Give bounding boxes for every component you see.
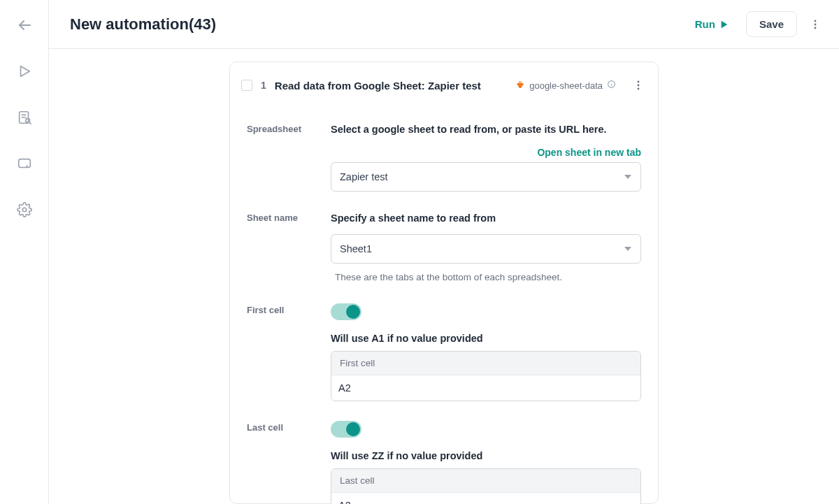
svg-point-11	[815, 23, 817, 25]
tag-text: google-sheet-data	[529, 80, 603, 91]
lastcell-toggle[interactable]	[331, 421, 361, 438]
step-more-button[interactable]	[631, 75, 645, 96]
step-number: 1	[261, 80, 266, 91]
svg-point-16	[638, 81, 640, 83]
spreadsheet-title: Select a google sheet to read from, or p…	[331, 122, 641, 137]
firstcell-input-box: First cell	[331, 351, 641, 401]
svg-line-6	[29, 122, 30, 124]
run-label: Run	[695, 18, 715, 30]
svg-point-12	[815, 27, 817, 29]
sheetname-label: Sheet name	[247, 211, 331, 223]
play-icon[interactable]	[15, 62, 34, 81]
svg-marker-19	[624, 175, 631, 179]
run-button[interactable]: Run	[688, 13, 736, 36]
open-sheet-link[interactable]: Open sheet in new tab	[537, 147, 641, 158]
svg-marker-1	[20, 66, 29, 77]
back-button[interactable]	[15, 15, 34, 35]
sidebar	[0, 0, 49, 504]
lastcell-label: Last cell	[247, 421, 331, 433]
svg-marker-20	[624, 247, 631, 251]
step-title: Read data from Google Sheet: Zapier test	[275, 80, 481, 92]
chevron-down-icon	[624, 173, 632, 181]
svg-point-17	[638, 85, 640, 87]
settings-icon[interactable]	[15, 200, 34, 219]
firstcell-toggle[interactable]	[331, 303, 361, 320]
firstcell-label: First cell	[247, 303, 331, 315]
lastcell-input[interactable]	[331, 493, 640, 504]
chevron-down-icon	[624, 245, 632, 253]
page-title: New automation(43)	[70, 15, 216, 34]
sheetname-select[interactable]: Sheet1	[331, 234, 641, 264]
firstcell-input[interactable]	[331, 375, 640, 401]
svg-point-8	[22, 208, 27, 212]
svg-rect-7	[18, 159, 30, 168]
more-menu-button[interactable]	[808, 14, 822, 35]
save-button[interactable]: Save	[746, 11, 797, 37]
sheetname-value: Sheet1	[340, 243, 624, 254]
spreadsheet-select[interactable]: Zapier test	[331, 162, 641, 192]
lastcell-input-box: Last cell	[331, 468, 641, 504]
svg-point-10	[815, 20, 817, 22]
list-search-icon[interactable]	[15, 108, 34, 127]
spreadsheet-label: Spreadsheet	[247, 122, 331, 134]
lastcell-subtitle: Will use ZZ if no value provided	[331, 450, 641, 461]
svg-point-18	[638, 88, 640, 90]
firstcell-subtitle: Will use A1 if no value provided	[331, 333, 641, 344]
device-warning-icon[interactable]	[15, 154, 34, 173]
firstcell-box-label: First cell	[331, 352, 640, 375]
sheetname-title: Specify a sheet name to read from	[331, 211, 641, 226]
spreadsheet-value: Zapier test	[340, 171, 624, 182]
header: New automation(43) Run Save	[49, 0, 839, 49]
step-tag: google-sheet-data	[515, 80, 616, 91]
lastcell-box-label: Last cell	[331, 469, 640, 493]
plug-icon	[515, 80, 525, 90]
step-card: 1 Read data from Google Sheet: Zapier te…	[229, 62, 659, 504]
info-icon[interactable]	[607, 80, 616, 91]
svg-marker-9	[722, 20, 728, 28]
sheetname-hint: These are the tabs at the bottom of each…	[331, 272, 641, 282]
step-checkbox[interactable]	[241, 80, 252, 91]
